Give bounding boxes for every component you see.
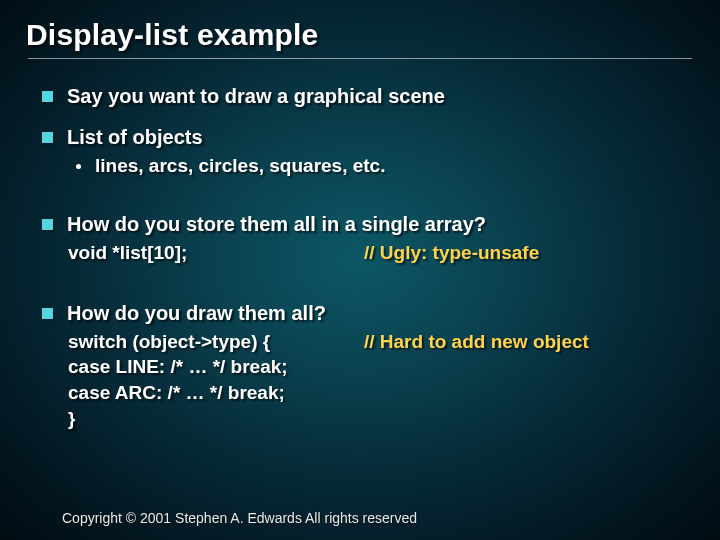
- sub-bullet-text: lines, arcs, circles, squares, etc.: [95, 155, 385, 177]
- list-item: How do you draw them all? switch (object…: [42, 302, 692, 432]
- code-block: void *list[10]; // Ugly: type-unsafe: [68, 240, 692, 266]
- sub-bullet-list: lines, arcs, circles, squares, etc.: [42, 155, 692, 177]
- code-text: case LINE: /* … */ break;: [68, 354, 288, 380]
- slide-title: Display-list example: [26, 18, 692, 52]
- title-underline: [28, 58, 692, 59]
- slide: Display-list example Say you want to dra…: [0, 0, 720, 540]
- code-text: }: [68, 406, 75, 432]
- code-text: switch (object->type) {: [68, 329, 364, 355]
- spacer: [42, 284, 692, 302]
- list-item: List of objects lines, arcs, circles, sq…: [42, 126, 692, 177]
- code-comment: // Hard to add new object: [364, 329, 589, 355]
- square-bullet-icon: [42, 308, 53, 319]
- square-bullet-icon: [42, 91, 53, 102]
- bullet-text: How do you store them all in a single ar…: [67, 213, 486, 236]
- dot-bullet-icon: [76, 164, 81, 169]
- list-item: lines, arcs, circles, squares, etc.: [76, 155, 692, 177]
- code-text: case ARC: /* … */ break;: [68, 380, 285, 406]
- square-bullet-icon: [42, 219, 53, 230]
- code-text: void *list[10];: [68, 240, 364, 266]
- bullet-text: List of objects: [67, 126, 203, 149]
- bullet-text: Say you want to draw a graphical scene: [67, 85, 445, 108]
- code-block: switch (object->type) { // Hard to add n…: [68, 329, 692, 432]
- code-comment: // Ugly: type-unsafe: [364, 240, 539, 266]
- list-item: How do you store them all in a single ar…: [42, 213, 692, 266]
- square-bullet-icon: [42, 132, 53, 143]
- copyright-text: Copyright © 2001 Stephen A. Edwards All …: [62, 510, 417, 526]
- bullet-list: Say you want to draw a graphical scene L…: [28, 85, 692, 431]
- bullet-text: How do you draw them all?: [67, 302, 326, 325]
- spacer: [42, 195, 692, 213]
- list-item: Say you want to draw a graphical scene: [42, 85, 692, 108]
